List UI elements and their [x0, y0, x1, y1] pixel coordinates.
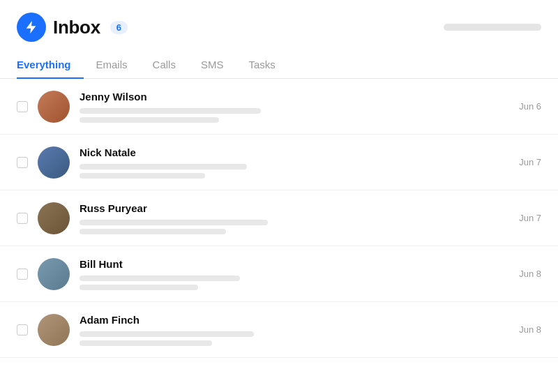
content-preview: [80, 164, 509, 179]
preview-line-2: [80, 285, 198, 290]
contact-item[interactable]: Bill Hunt Jun 8: [0, 246, 558, 302]
contact-info: Adam Finch: [80, 314, 509, 346]
contact-name: Adam Finch: [80, 314, 509, 326]
tab-everything[interactable]: Everything: [17, 52, 84, 79]
contact-info: Bill Hunt: [80, 258, 509, 290]
bolt-icon: [24, 20, 39, 35]
preview-line-2: [80, 173, 205, 179]
preview-line-2: [80, 229, 226, 234]
contact-date: Jun 7: [519, 157, 541, 167]
tabs-bar: Everything Emails Calls SMS Tasks: [0, 52, 558, 79]
contact-item[interactable]: Russ Puryear Jun 7: [0, 190, 558, 246]
content-preview: [80, 108, 509, 123]
avatar: [38, 146, 70, 179]
content-preview: [80, 331, 509, 346]
avatar: [38, 91, 70, 123]
tab-calls[interactable]: Calls: [140, 52, 188, 79]
contact-date: Jun 6: [519, 101, 541, 112]
logo-icon: [17, 13, 46, 42]
tab-tasks[interactable]: Tasks: [236, 52, 287, 79]
inbox-badge: 6: [110, 21, 128, 34]
contact-name: Russ Puryear: [80, 202, 509, 214]
avatar-image: [38, 91, 70, 123]
avatar: [38, 202, 70, 234]
avatar-image: [38, 314, 70, 346]
header-left: Inbox 6: [17, 13, 128, 42]
header-action-placeholder: [444, 24, 541, 31]
preview-line-1: [80, 164, 247, 169]
contact-list: Jenny Wilson Jun 6 Nick Natale Jun 7: [0, 79, 558, 392]
avatar-image: [38, 146, 70, 179]
content-preview: [80, 276, 509, 290]
contact-date: Jun 7: [519, 213, 541, 223]
page-title: Inbox: [53, 17, 100, 38]
preview-line-1: [80, 276, 240, 281]
app-container: Inbox 6 Everything Emails Calls SMS Task…: [0, 0, 558, 392]
contact-info: Jenny Wilson: [80, 91, 509, 123]
preview-line-2: [80, 117, 219, 123]
contact-item[interactable]: Jenny Wilson Jun 6: [0, 79, 558, 135]
tab-sms[interactable]: SMS: [188, 52, 236, 79]
content-preview: [80, 220, 509, 234]
contact-checkbox[interactable]: [17, 157, 28, 168]
preview-line-1: [80, 331, 254, 337]
contact-info: Nick Natale: [80, 146, 509, 179]
contact-checkbox[interactable]: [17, 269, 28, 280]
header: Inbox 6: [0, 0, 558, 42]
contact-date: Jun 8: [519, 269, 541, 279]
avatar: [38, 314, 70, 346]
contact-checkbox[interactable]: [17, 213, 28, 224]
contact-name: Jenny Wilson: [80, 91, 509, 103]
contact-name: Nick Natale: [80, 146, 509, 158]
preview-line-2: [80, 340, 212, 346]
contact-checkbox[interactable]: [17, 324, 28, 336]
avatar-image: [38, 258, 70, 290]
avatar: [38, 258, 70, 290]
tab-emails[interactable]: Emails: [84, 52, 140, 79]
contact-checkbox[interactable]: [17, 101, 28, 112]
preview-line-1: [80, 220, 268, 225]
preview-line-1: [80, 108, 261, 114]
contact-date: Jun 8: [519, 324, 541, 335]
contact-item[interactable]: Nick Natale Jun 7: [0, 135, 558, 190]
contact-name: Bill Hunt: [80, 258, 509, 270]
avatar-image: [38, 202, 70, 234]
contact-item[interactable]: Adam Finch Jun 8: [0, 302, 558, 358]
contact-info: Russ Puryear: [80, 202, 509, 234]
